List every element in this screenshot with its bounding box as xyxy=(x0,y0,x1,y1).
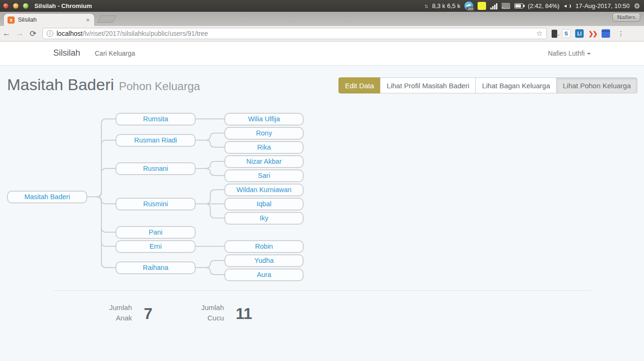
tree-node[interactable]: Yudha xyxy=(224,254,304,267)
tree-node[interactable]: Rika xyxy=(224,141,304,154)
stat-value-cucu: 11 xyxy=(236,305,252,323)
tree-node[interactable]: Nizar Akbar xyxy=(224,155,304,168)
tree-node[interactable]: Iky xyxy=(224,212,304,225)
tree-node[interactable]: Pani xyxy=(116,226,196,239)
tree-node[interactable]: Aura xyxy=(224,269,304,281)
tree-node[interactable]: Raihana xyxy=(116,261,196,274)
stat-label-anak: JumlahAnak xyxy=(71,302,132,323)
footer-divider xyxy=(53,290,591,291)
tree-node[interactable]: Rusman Riadi xyxy=(116,134,196,147)
tree-node[interactable]: Robin xyxy=(224,240,304,253)
tree-node[interactable]: Rusmini xyxy=(116,198,196,210)
tree-node[interactable]: Erni xyxy=(116,240,196,253)
tree-node[interactable]: Rony xyxy=(224,127,304,140)
tree-node[interactable]: Sari xyxy=(224,169,304,182)
stat-value-anak: 7 xyxy=(144,305,152,323)
tree-node[interactable]: Rumsita xyxy=(116,113,196,126)
stat-label-cucu: JumlahCucu xyxy=(163,302,224,323)
tree-node[interactable]: Rusnani xyxy=(116,162,196,175)
tree-node[interactable]: Wildan Kurniawan xyxy=(224,184,304,196)
tree-node[interactable]: Iqbal xyxy=(224,198,304,210)
tree-node-root[interactable]: Masitah Baderi xyxy=(7,191,87,203)
desktop: { "system_bar": { "window_title": "Silsi… xyxy=(0,0,644,361)
tree-node[interactable]: Wilia Ulfija xyxy=(224,113,304,126)
